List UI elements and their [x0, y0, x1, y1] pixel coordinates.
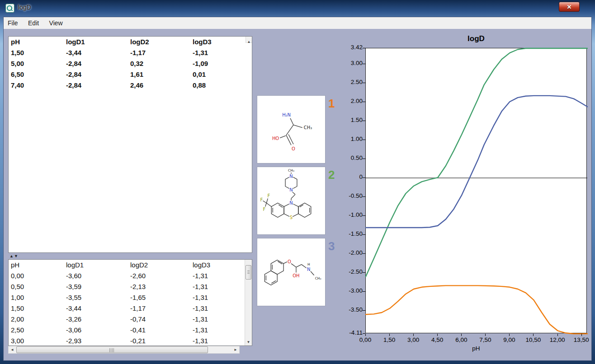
table-cell: -3,06 [66, 325, 130, 336]
plot-area [365, 48, 587, 333]
table-cell: 1,50 [11, 47, 66, 58]
top-table-scrollbar[interactable]: ▲ [246, 37, 252, 43]
x-tick-mark [365, 334, 366, 336]
y-tick-mark [363, 102, 365, 102]
splitter-up-icon[interactable]: ▲ [9, 254, 14, 258]
x-tick-label: 9,00 [497, 336, 521, 343]
vertical-scrollbar-thumb[interactable] [246, 265, 251, 280]
table-row[interactable]: 7,40-2,842,460,88 [9, 80, 252, 91]
atom-label: CH₃ [315, 276, 321, 280]
app-icon [5, 4, 14, 13]
close-button[interactable]: ✕ [559, 2, 580, 12]
table-cell: -0,21 [130, 336, 193, 345]
x-tick-label: 6,00 [449, 336, 473, 343]
menu-file[interactable]: File [4, 17, 22, 29]
y-tick-label: 0.50 [338, 154, 363, 161]
x-tick-mark [557, 334, 558, 336]
bottom-table: pHlogD1logD2logD30,00-3,60-2,60-1,310,50… [8, 259, 252, 346]
x-tick-label: 1,50 [378, 336, 401, 343]
horizontal-scrollbar-thumb[interactable] [16, 346, 208, 353]
table-row[interactable]: 0,50-3,59-2,13-1,31 [9, 281, 252, 292]
scroll-down-icon[interactable]: ▼ [245, 339, 252, 345]
table-cell: -1,31 [193, 314, 252, 325]
y-tick-mark [363, 64, 365, 64]
scroll-up-icon[interactable]: ▲ [247, 40, 251, 44]
y-tick-label: -3.00 [338, 287, 363, 294]
table-cell: 0,50 [11, 281, 66, 292]
table-cell: -1,09 [193, 58, 252, 69]
y-tick-mark [363, 48, 365, 48]
table-cell: -1,31 [193, 281, 252, 292]
scroll-right-icon[interactable]: ► [232, 346, 239, 353]
horizontal-scrollbar[interactable]: ◄ ► [8, 346, 240, 354]
x-tick-label: 13,50 [570, 336, 591, 343]
structure-2-image: CH₃ N N N S F F F [257, 167, 326, 235]
table-cell: -2,93 [66, 336, 130, 345]
chart-title: logD [365, 34, 587, 43]
titlebar[interactable]: logD ✕ [0, 0, 595, 17]
table-row[interactable]: 5,00-2,840,32-1,09 [9, 58, 252, 69]
atom-label: F [263, 207, 266, 212]
column-header: logD2 [130, 260, 193, 271]
y-tick-label: 2.00 [338, 98, 363, 104]
y-tick-mark [363, 215, 365, 216]
x-tick-label: 10,50 [521, 336, 545, 343]
y-tick-label: -3.50 [338, 306, 363, 313]
table-cell: -2,13 [130, 281, 193, 292]
table-row[interactable]: 2,50-3,06-0,41-1,31 [9, 325, 252, 336]
table-cell: -1,31 [193, 303, 252, 314]
table-cell: 7,40 [11, 80, 66, 91]
table-cell: -2,84 [66, 69, 130, 80]
x-tick-mark [413, 334, 414, 336]
table-row[interactable]: 1,00-3,55-1,65-1,31 [9, 292, 252, 303]
y-tick-label: 0 [338, 173, 363, 180]
structure-3-label: 3 [328, 239, 335, 253]
x-tick-mark [509, 334, 510, 336]
bottom-table-scrollbar[interactable]: ▼ [245, 260, 252, 345]
table-row[interactable]: 6,50-2,841,610,01 [9, 69, 252, 80]
table-cell: -2,84 [66, 80, 130, 91]
structure-3-image: O OH N H CH₃ [257, 238, 326, 306]
column-header: logD1 [66, 260, 130, 271]
table-cell: 2,00 [11, 314, 66, 325]
scroll-left-icon[interactable]: ◄ [9, 346, 16, 353]
atom-label: N [289, 201, 293, 205]
table-cell: -3,26 [66, 314, 130, 325]
atom-label: O [292, 146, 295, 151]
atom-label: F [260, 197, 263, 202]
y-tick-label: -0.50 [338, 192, 363, 199]
table-cell: -3,55 [66, 292, 130, 303]
window-client-area: File Edit View pHlogD1logD2logD31,50-3,4… [4, 17, 591, 360]
y-tick-mark [363, 253, 365, 254]
content-area: pHlogD1logD2logD31,50-3,44-1,17-1,315,00… [4, 29, 591, 360]
table-row[interactable]: 1,50-3,44-1,17-1,31 [9, 303, 252, 314]
table-row[interactable]: 3,00-2,93-0,21-1,31 [9, 336, 252, 345]
splitter-down-icon[interactable]: ▼ [14, 254, 19, 258]
table-cell: -3,44 [66, 47, 130, 58]
table-cell: 1,61 [130, 69, 193, 80]
table-row[interactable]: 2,00-3,26-0,74-1,31 [9, 314, 252, 325]
menu-view[interactable]: View [45, 17, 67, 29]
y-tick-mark [363, 234, 365, 235]
table-cell: -2,84 [66, 58, 130, 69]
y-tick-label: 1.00 [338, 135, 363, 142]
atom-label: H [307, 262, 310, 266]
top-table-grid: pHlogD1logD2logD31,50-3,44-1,17-1,315,00… [9, 37, 252, 252]
series-line-3 [366, 96, 587, 228]
atom-label: OH [293, 273, 299, 278]
table-row[interactable]: 0,00-3,60-2,60-1,31 [9, 271, 252, 281]
table-header-row: pHlogD1logD2logD3 [9, 260, 252, 271]
structure-1-label: 1 [328, 97, 335, 111]
x-tick-mark [389, 334, 390, 336]
y-tick-label: 1.50 [338, 117, 363, 123]
atom-label: F [267, 193, 270, 198]
menu-edit[interactable]: Edit [24, 17, 43, 29]
y-tick-label: -1.50 [338, 230, 363, 237]
table-row[interactable]: 1,50-3,44-1,17-1,31 [9, 47, 252, 58]
table-cell: 6,50 [11, 69, 66, 80]
table-cell: -1,31 [193, 47, 252, 58]
table-cell: -0,74 [130, 314, 193, 325]
table-cell: -3,60 [66, 271, 130, 281]
table-splitter[interactable]: ▲▼ [8, 253, 252, 259]
column-header: logD3 [193, 37, 252, 47]
